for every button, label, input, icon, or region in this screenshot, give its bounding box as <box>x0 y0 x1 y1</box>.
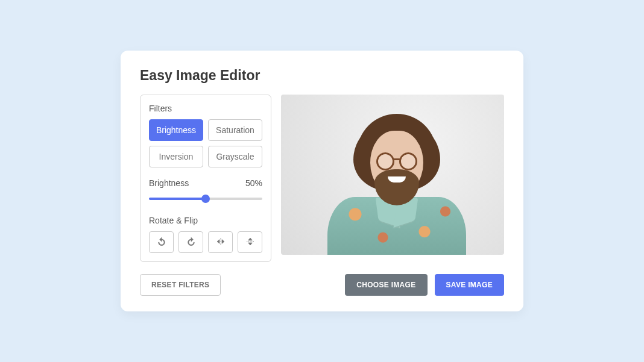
rotate-left-button[interactable] <box>149 231 174 253</box>
slider-name-label: Brightness <box>149 178 189 188</box>
flip-vertical-icon <box>245 237 255 248</box>
filters-label: Filters <box>149 104 262 113</box>
preview-person-illustration <box>330 110 463 255</box>
editor-card: Easy Image Editor Filters Brightness Sat… <box>121 51 523 311</box>
filter-saturation-button[interactable]: Saturation <box>208 119 262 141</box>
rotate-right-button[interactable] <box>178 231 203 253</box>
footer-right-buttons: CHOOSE IMAGE SAVE IMAGE <box>345 274 504 296</box>
editor-body: Filters Brightness Saturation Inversion … <box>140 95 504 262</box>
rotate-label: Rotate & Flip <box>149 216 262 225</box>
rotate-left-icon <box>157 237 166 248</box>
rotate-block: Rotate & Flip <box>149 216 262 253</box>
reset-filters-button[interactable]: RESET FILTERS <box>140 274 221 296</box>
filter-buttons: Brightness Saturation Inversion Grayscal… <box>149 119 262 167</box>
flip-horizontal-button[interactable] <box>208 231 233 253</box>
filter-grayscale-button[interactable]: Grayscale <box>208 146 262 167</box>
filter-slider[interactable] <box>149 198 262 200</box>
rotate-right-icon <box>186 237 196 248</box>
slider-header: Brightness 50% <box>149 178 262 188</box>
editor-panel: Filters Brightness Saturation Inversion … <box>140 95 271 262</box>
image-preview <box>281 95 504 255</box>
page-title: Easy Image Editor <box>140 67 504 84</box>
rotate-buttons <box>149 231 262 253</box>
footer: RESET FILTERS CHOOSE IMAGE SAVE IMAGE <box>140 274 504 296</box>
save-image-button[interactable]: SAVE IMAGE <box>435 274 504 296</box>
filter-slider-block: Brightness 50% <box>149 178 262 202</box>
slider-value-label: 50% <box>245 178 262 188</box>
choose-image-button[interactable]: CHOOSE IMAGE <box>345 274 427 296</box>
filter-brightness-button[interactable]: Brightness <box>149 119 203 141</box>
flip-horizontal-icon <box>216 237 226 248</box>
filter-inversion-button[interactable]: Inversion <box>149 146 203 167</box>
flip-vertical-button[interactable] <box>238 231 262 253</box>
